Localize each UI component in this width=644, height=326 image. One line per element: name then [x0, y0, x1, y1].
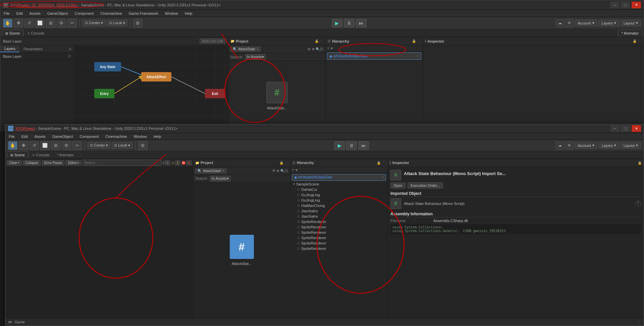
hierarchy-jianxiake-1[interactable]: ◇ JianXiaKe	[290, 208, 387, 214]
menu-component[interactable]: Component	[73, 11, 95, 16]
bottom-menu-component[interactable]: Component	[78, 134, 100, 139]
layers-dropdown[interactable]: Layers▾	[599, 20, 619, 26]
animator-graph[interactable]: Any State Entry AttackEffect Exit	[74, 45, 228, 131]
project-lock-icon[interactable]: 🔒	[315, 39, 319, 43]
bottom-tab-scene[interactable]: ⊞Scene	[7, 151, 29, 159]
bottom-tab-console[interactable]: ≡Console	[29, 151, 53, 159]
anim-tab-parameters[interactable]: Parameters	[19, 45, 47, 52]
bottom-project-lock-icon[interactable]: 🔒	[279, 161, 283, 165]
menu-gameobject[interactable]: GameObject	[46, 11, 69, 16]
bottom-project-search-tab[interactable]: 🔍 AttackStatef ×	[195, 168, 226, 173]
console-search-input[interactable]	[83, 160, 161, 166]
hierarchy-spriterenderer-5[interactable]: ◇ SpriteRenderer	[290, 240, 387, 246]
bottom-menu-file[interactable]: File	[7, 134, 16, 139]
play-button[interactable]: ▶	[332, 19, 342, 28]
hierarchy-spriterenderer-1[interactable]: ◇ SpriteRenderer	[290, 219, 387, 224]
search-scope[interactable]: In Assets▾	[245, 54, 266, 60]
tool-move[interactable]: ✤	[14, 19, 23, 28]
node-entry[interactable]: Entry	[94, 89, 114, 98]
hierarchy-jianxiake-2[interactable]: ◇ JianXiaKe	[290, 214, 387, 219]
tool-unknown[interactable]: ⊞	[133, 19, 143, 28]
base-layer-item[interactable]: Base Layer ⚙	[0, 53, 74, 60]
editor-dropdown[interactable]: Editor ▾	[66, 160, 81, 165]
step-button[interactable]: ⏭	[356, 19, 367, 28]
pivot-center[interactable]: ⊙ Center ▾	[83, 20, 105, 26]
top-close-btn[interactable]: ✕	[632, 2, 641, 8]
bottom-tool-scale[interactable]: ⬜	[40, 141, 50, 150]
layout-dropdown[interactable]: Layout▾	[621, 20, 641, 26]
tab-close-btn[interactable]: ×	[257, 48, 258, 51]
bottom-tool-extra[interactable]: ✂	[72, 141, 82, 150]
base-layer-gear[interactable]: ⚙	[68, 54, 71, 58]
help-icon[interactable]: ?	[635, 201, 641, 207]
bottom-hierarchy-menu-icon[interactable]: ⋮	[382, 161, 385, 165]
project-search-tab[interactable]: 🔍 AttackState ×	[230, 47, 261, 52]
menu-gameframework[interactable]: Game Framework	[127, 11, 160, 16]
game-bar-menu[interactable]: ⋮	[638, 320, 641, 324]
tab-animator[interactable]: * Animator	[618, 30, 642, 37]
menu-assets[interactable]: Assets	[28, 11, 42, 16]
bottom-menu-gameobject[interactable]: GameObject	[51, 134, 74, 139]
bottom-account-dropdown[interactable]: Account▾	[575, 142, 597, 149]
bottom-pause-button[interactable]: ⏸	[346, 141, 357, 150]
bottom-tool-grid[interactable]: ⊞	[138, 141, 148, 150]
hierarchy-lock-icon[interactable]: 🔒	[412, 39, 416, 43]
bottom-tab-animator[interactable]: * Animator	[53, 151, 77, 159]
inspector-lock-icon[interactable]: 🔒	[633, 39, 637, 43]
script-file-icon[interactable]: #	[266, 82, 288, 103]
tab-scene[interactable]: ⊞Scene	[2, 30, 23, 37]
bottom-tool-hand[interactable]: ✋	[8, 141, 17, 150]
bottom-inspector-lock-icon[interactable]: 🔒	[638, 161, 642, 165]
bottom-script-file-icon[interactable]: #	[230, 235, 254, 259]
hierarchy-spriterenderer-6[interactable]: ◇ SpriteRenderer	[290, 246, 387, 251]
hierarchy-sample-scene[interactable]: ▾ SampleScene	[290, 181, 387, 187]
bottom-eye-icon[interactable]: 👁	[272, 169, 276, 173]
hierarchy-dahaicui[interactable]: ◇ DaHaiCui	[290, 187, 387, 192]
inspector-menu-icon[interactable]: ⋮	[638, 39, 641, 43]
error-pause-button[interactable]: Error Pause	[42, 160, 64, 165]
clear-button[interactable]: Clear ▾	[7, 160, 21, 165]
cloud-icon[interactable]: ☁	[556, 19, 564, 27]
menu-window[interactable]: Window	[164, 11, 179, 16]
bottom-tool-move[interactable]: ✤	[19, 141, 28, 150]
tool-custom[interactable]: ⚙	[57, 19, 66, 28]
hierarchy-spriterenderer-2[interactable]: ◇ SpriteRenderer	[290, 224, 387, 230]
hierarchy-gujingling-1[interactable]: ◇ GuJingLing	[290, 192, 387, 198]
menu-file[interactable]: File	[2, 11, 11, 16]
bottom-cloud-icon[interactable]: ☁	[556, 142, 564, 150]
bottom-star-icon[interactable]: ★	[276, 169, 280, 173]
tab-console[interactable]: ≡Console	[24, 30, 48, 37]
menu-help[interactable]: Help	[183, 11, 194, 16]
project-menu-icon[interactable]: ⋮	[320, 39, 323, 43]
bottom-hierarchy-search[interactable]: ◉ ref:Assets/Scripts/Gam ×	[292, 174, 386, 181]
bottom-layout-dropdown[interactable]: Layout▾	[621, 142, 641, 149]
hierarchy-search-btn[interactable]: ▾	[331, 46, 333, 51]
anim-add-button[interactable]: +	[66, 45, 74, 53]
anim-tab-layers[interactable]: Layers	[0, 45, 19, 52]
bottom-hierarchy-lock-icon[interactable]: 🔒	[377, 161, 381, 165]
bottom-play-button[interactable]: ▶	[334, 141, 345, 150]
pivot-local[interactable]: ⊙ Local ▾	[107, 20, 127, 26]
bottom-menu-edit[interactable]: Edit	[20, 134, 29, 139]
hierarchy-spriterenderer-4[interactable]: ◇ SpriteRenderer	[290, 235, 387, 240]
bottom-search-close-icon[interactable]: ×	[382, 175, 384, 179]
star-icon[interactable]: ★	[312, 47, 315, 51]
open-button[interactable]: Open	[390, 182, 406, 188]
bottom-tool-rotate[interactable]: ↺	[30, 141, 39, 150]
tool-rotate[interactable]: ↺	[24, 19, 34, 28]
hierarchy-haimaochong[interactable]: ◇ HaiMaoChong	[290, 203, 387, 208]
menu-cinemachine[interactable]: Cinemachine	[99, 11, 123, 16]
search-close-icon[interactable]: ×	[417, 54, 419, 58]
node-attack[interactable]: AttackEffect	[141, 72, 171, 82]
bottom-layers-dropdown[interactable]: Layers▾	[599, 142, 619, 149]
bottom-minimize-btn[interactable]: ─	[610, 125, 620, 132]
hierarchy-add-btn[interactable]: +	[327, 46, 329, 51]
scene-tab-menu[interactable]: ⋮	[79, 153, 83, 157]
bottom-maximize-btn[interactable]: □	[621, 125, 630, 132]
bottom-menu-window[interactable]: Window	[132, 134, 148, 139]
pause-button[interactable]: ⏸	[344, 19, 355, 28]
bottom-menu-cinemachine[interactable]: Cinemachine	[104, 134, 128, 139]
bottom-project-menu-icon[interactable]: ⋮	[285, 161, 288, 165]
bottom-menu-assets[interactable]: Assets	[33, 134, 47, 139]
hierarchy-spriterenderer-3[interactable]: ◇ SpriteRenderer	[290, 230, 387, 235]
